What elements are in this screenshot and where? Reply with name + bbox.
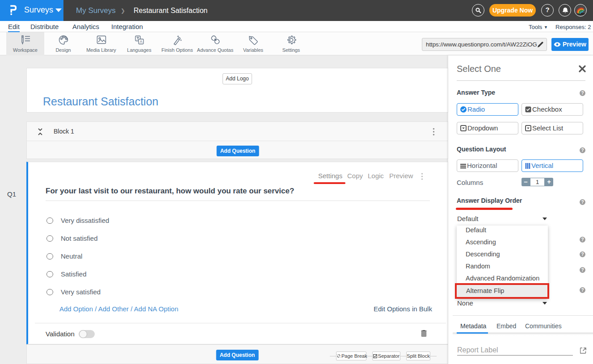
svg-text:A: A	[139, 39, 142, 44]
